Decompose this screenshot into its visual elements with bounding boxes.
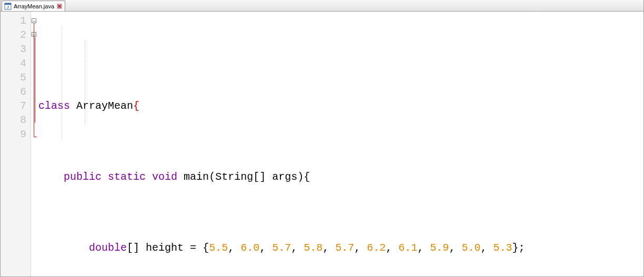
line-number: 5 xyxy=(1,70,31,85)
code-line[interactable]: double[] height = {5.5, 6.0, 5.7, 5.8, 5… xyxy=(38,241,643,255)
line-number: 4 xyxy=(1,56,31,70)
paren: ( xyxy=(209,171,215,183)
keyword: class xyxy=(38,100,70,112)
brace: { xyxy=(304,171,310,183)
line-number: 7 xyxy=(1,99,31,113)
code-editor[interactable]: 1 2 3 4 5 6 7 8 9 class ArrayMean{ publi… xyxy=(1,12,643,276)
line-number: 8 xyxy=(1,113,31,127)
brace: } xyxy=(512,242,518,254)
semicolon: ; xyxy=(518,242,525,254)
number: 5.7 xyxy=(335,242,354,254)
identifier: main xyxy=(184,171,209,183)
fold-column xyxy=(31,12,38,276)
line-number-gutter: 1 2 3 4 5 6 7 8 9 xyxy=(1,12,31,276)
line-number: 2 xyxy=(1,28,31,42)
keyword: static xyxy=(108,171,146,183)
ide-panel: J ArrayMean.java 1 2 3 4 5 6 7 8 9 xyxy=(0,0,644,277)
number: 5.3 xyxy=(493,242,512,254)
code-line[interactable]: public static void main(String[] args){ xyxy=(38,170,643,184)
number: 6.2 xyxy=(367,242,386,254)
svg-rect-1 xyxy=(5,3,11,5)
line-number: 1 xyxy=(1,14,31,28)
paren: ) xyxy=(297,171,304,183)
editor-tab[interactable]: J ArrayMean.java xyxy=(2,1,65,11)
number: 5.7 xyxy=(272,242,291,254)
number: 6.0 xyxy=(240,242,259,254)
operator: = xyxy=(190,242,196,254)
tab-filename: ArrayMean.java xyxy=(14,3,54,9)
bracket: [] xyxy=(253,171,266,183)
identifier: height xyxy=(146,242,184,254)
java-file-icon: J xyxy=(4,3,12,10)
code-line[interactable]: class ArrayMean{ xyxy=(38,99,643,113)
identifier: args xyxy=(272,171,297,183)
keyword: double xyxy=(89,242,127,254)
bracket: [] xyxy=(127,242,139,254)
close-icon[interactable] xyxy=(56,3,63,9)
number: 5.8 xyxy=(304,242,323,254)
type: String xyxy=(215,171,253,183)
brace: { xyxy=(203,242,209,254)
number: 6.1 xyxy=(398,242,417,254)
number: 5.5 xyxy=(209,242,228,254)
identifier: ArrayMean xyxy=(76,100,133,112)
svg-text:J: J xyxy=(7,5,9,9)
code-area[interactable]: class ArrayMean{ public static void main… xyxy=(38,12,643,276)
line-number: 9 xyxy=(1,127,31,141)
line-number: 3 xyxy=(1,42,31,56)
editor-tab-bar: J ArrayMean.java xyxy=(1,0,643,12)
number: 5.9 xyxy=(430,242,449,254)
fold-toggle-icon[interactable] xyxy=(32,18,36,23)
brace: { xyxy=(133,100,139,112)
line-number: 6 xyxy=(1,85,31,99)
number: 5.0 xyxy=(461,242,480,254)
keyword: public xyxy=(64,171,102,183)
keyword: void xyxy=(152,171,177,183)
